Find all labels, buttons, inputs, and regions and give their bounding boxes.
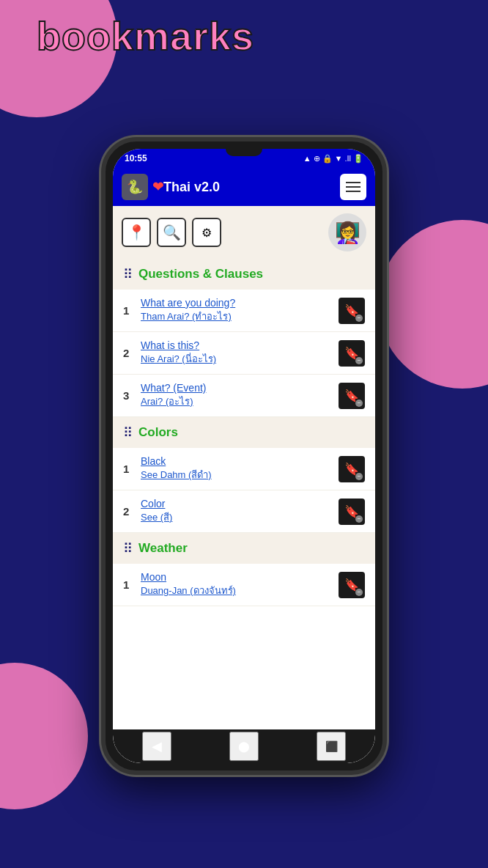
phone-shell: 10:55 ▲ ⊕ 🔒 ▼ .Il 🔋 🐍 ❤Thai v2.0 xyxy=(101,137,387,775)
avatar-emoji: 👩‍🏫 xyxy=(335,221,361,245)
character-avatar: 👩‍🏫 xyxy=(328,213,366,251)
list-item: 3 What? (Event) Arai? (อะไร) 🔖 − xyxy=(113,375,375,417)
section-title-colors: Colors xyxy=(138,425,178,440)
app-logo-icon: 🐍 xyxy=(122,174,148,200)
lock-icon: 🔒 xyxy=(322,154,333,163)
section-title-questions: Questions & Clauses xyxy=(138,267,263,282)
list-item: 1 What are you doing? Tham Arai? (ทำอะไร… xyxy=(113,290,375,332)
section-header-weather: ⠿ Weather xyxy=(113,533,375,564)
bookmark-minus-icon: − xyxy=(355,473,363,480)
item-number: 1 xyxy=(123,578,141,591)
hamburger-menu-button[interactable] xyxy=(340,174,366,200)
back-button[interactable]: ◀ xyxy=(142,732,171,761)
wifi-icon: ▼ xyxy=(335,154,343,163)
grid-icon-button[interactable]: ⚙ xyxy=(192,218,221,247)
back-icon: ◀ xyxy=(152,738,162,754)
item-number: 2 xyxy=(123,347,141,359)
item-text: What are you doing? Tham Arai? (ทำอะไร) xyxy=(141,297,339,324)
home-button[interactable]: ⬤ xyxy=(229,732,259,761)
search-icon: 🔍 xyxy=(163,224,181,241)
bookmark-minus-icon: − xyxy=(355,400,363,407)
bookmark-button[interactable]: 🔖 − xyxy=(339,499,365,525)
search-icon-button[interactable]: 🔍 xyxy=(157,218,186,247)
heart-icon: ❤ xyxy=(152,180,163,194)
section-dots-colors: ⠿ xyxy=(123,424,133,441)
item-text: Black See Dahm (สีดำ) xyxy=(141,455,339,482)
bottom-nav: ◀ ⬤ ⬛ xyxy=(113,729,375,763)
app-logo-area: 🐍 ❤Thai v2.0 xyxy=(122,174,220,200)
item-text: Moon Duang-Jan (ดวงจันทร์) xyxy=(141,571,339,598)
item-sub-text: Tham Arai? (ทำอะไร) xyxy=(141,309,339,324)
camera-notch xyxy=(226,149,262,156)
item-text: What is this? Nie Arai? (นี่อะไร) xyxy=(141,339,339,367)
list-item: 1 Black See Dahm (สีดำ) 🔖 − xyxy=(113,448,375,490)
bookmark-minus-icon: − xyxy=(355,315,363,322)
app-navbar: 🐍 ❤Thai v2.0 xyxy=(113,168,375,206)
logo-emoji: 🐍 xyxy=(127,179,143,195)
item-main-text[interactable]: Black xyxy=(141,455,339,467)
section-header-colors: ⠿ Colors xyxy=(113,417,375,448)
section-header-questions: ⠿ Questions & Clauses xyxy=(113,259,375,290)
list-item: 2 What is this? Nie Arai? (นี่อะไร) 🔖 − xyxy=(113,332,375,375)
item-text: What? (Event) Arai? (อะไร) xyxy=(141,382,339,409)
bookmark-button[interactable]: 🔖 − xyxy=(339,340,365,367)
recents-icon: ⬛ xyxy=(325,740,338,752)
bookmark-button[interactable]: 🔖 − xyxy=(339,456,365,482)
bookmark-button[interactable]: 🔖 − xyxy=(339,298,365,324)
item-sub-text: Duang-Jan (ดวงจันทร์) xyxy=(141,583,339,598)
bg-circle-bottom-left xyxy=(0,663,88,809)
location-icon: 📍 xyxy=(127,224,146,241)
content-area[interactable]: ⠿ Questions & Clauses 1 What are you doi… xyxy=(113,259,375,729)
toolbar-left: 📍 🔍 ⚙ xyxy=(122,218,221,247)
item-sub-text: See Dahm (สีดำ) xyxy=(141,467,339,482)
battery-icon: 🔋 xyxy=(353,154,363,163)
status-time: 10:55 xyxy=(125,153,147,163)
item-text: Color See (สี) xyxy=(141,498,339,525)
section-dots-weather: ⠿ xyxy=(123,540,133,556)
list-item: 1 Moon Duang-Jan (ดวงจันทร์) 🔖 − xyxy=(113,564,375,606)
list-item: 2 Color See (สี) 🔖 − xyxy=(113,490,375,533)
bookmark-minus-icon: − xyxy=(355,357,363,364)
bg-circle-right xyxy=(378,220,488,389)
phone-screen: 10:55 ▲ ⊕ 🔒 ▼ .Il 🔋 🐍 ❤Thai v2.0 xyxy=(113,149,375,763)
item-sub-text: Nie Arai? (นี่อะไร) xyxy=(141,351,339,367)
bookmark-minus-icon: − xyxy=(355,515,363,523)
item-number: 1 xyxy=(123,463,141,475)
item-main-text[interactable]: What is this? xyxy=(141,339,339,351)
item-number: 3 xyxy=(123,389,141,402)
bottom-padding xyxy=(113,606,375,621)
status-icons: ▲ ⊕ 🔒 ▼ .Il 🔋 xyxy=(303,154,363,163)
bookmark-button[interactable]: 🔖 − xyxy=(339,572,365,598)
item-main-text[interactable]: What are you doing? xyxy=(141,297,339,309)
item-number: 2 xyxy=(123,505,141,518)
hamburger-line-2 xyxy=(346,186,361,188)
section-dots-questions: ⠿ xyxy=(123,266,133,282)
item-number: 1 xyxy=(123,304,141,317)
home-icon: ⬤ xyxy=(238,740,250,752)
item-sub-text: Arai? (อะไร) xyxy=(141,394,339,409)
item-main-text[interactable]: What? (Event) xyxy=(141,382,339,394)
bookmark-button[interactable]: 🔖 − xyxy=(339,383,365,409)
recents-button[interactable]: ⬛ xyxy=(317,732,346,761)
bookmark-minus-icon: − xyxy=(355,589,363,596)
item-main-text[interactable]: Color xyxy=(141,498,339,510)
toolbar: 📍 🔍 ⚙ 👩‍🏫 xyxy=(113,206,375,259)
section-title-weather: Weather xyxy=(138,541,188,556)
notification-icon: ▲ xyxy=(303,154,311,163)
item-main-text[interactable]: Moon xyxy=(141,571,339,583)
app-title-text: ❤Thai v2.0 xyxy=(152,179,220,195)
page-title: bookmarks xyxy=(37,13,254,59)
location-icon-button[interactable]: 📍 xyxy=(122,218,151,247)
grid-icon: ⚙ xyxy=(202,226,212,240)
hamburger-line-1 xyxy=(346,182,361,183)
alarm-icon: ⊕ xyxy=(314,154,320,163)
item-sub-text: See (สี) xyxy=(141,510,339,525)
hamburger-line-3 xyxy=(346,191,361,192)
signal-icon: .Il xyxy=(344,154,351,163)
